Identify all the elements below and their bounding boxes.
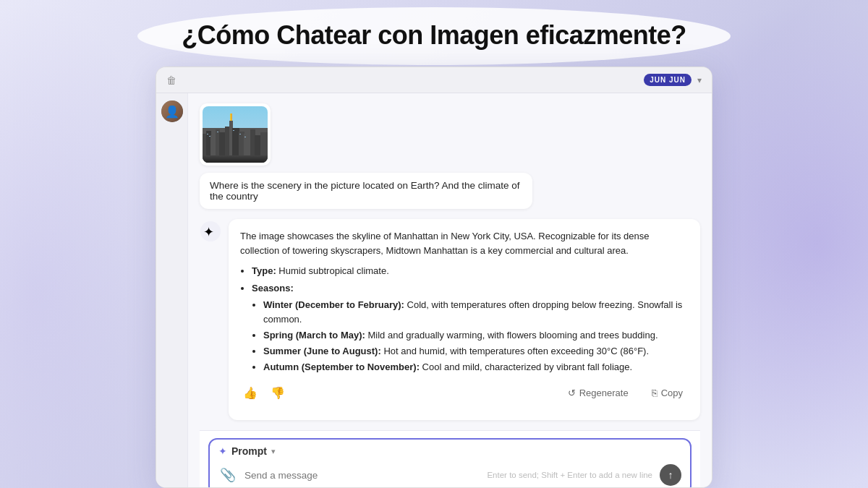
svg-rect-21 <box>244 137 246 137</box>
ai-bubble: The image showcases the skyline of Manha… <box>229 219 700 420</box>
prompt-sparkle-icon: ✦ <box>218 445 227 457</box>
sidebar: 👤 <box>156 93 188 488</box>
regenerate-button[interactable]: ↺ Regenerate <box>562 385 634 401</box>
list-item: Summer (June to August): Hot and humid, … <box>263 344 689 359</box>
ai-type-list: Type: Humid subtropical climate. Seasons… <box>240 264 689 374</box>
prompt-chevron-icon: ▾ <box>271 447 276 456</box>
ai-seasons-list: Winter (December to February): Cold, wit… <box>252 298 689 375</box>
prompt-label: Prompt <box>231 445 267 457</box>
titlebar-left: 🗑 <box>166 74 176 86</box>
prompt-input-row: 📎 Enter to send; Shift + Enter to add a … <box>210 460 690 488</box>
thumbs-up-icon: 👍 <box>243 386 258 400</box>
chat-body: 👤 <box>156 93 712 488</box>
attach-button[interactable]: 📎 <box>218 466 237 484</box>
season-autumn-text: Cool and mild, characterized by vibrant … <box>422 361 632 372</box>
list-item: Winter (December to February): Cold, wit… <box>263 298 689 327</box>
message-input[interactable] <box>244 470 480 481</box>
ai-icon: ✦ <box>200 221 221 242</box>
prompt-wrapper: ✦ Prompt ▾ 📎 Enter to send; Shift + Ente… <box>208 438 692 488</box>
send-button[interactable]: ↑ <box>660 464 681 486</box>
avatar: 👤 <box>161 100 183 122</box>
list-item: Autumn (September to November): Cool and… <box>263 360 689 374</box>
svg-rect-19 <box>233 130 234 131</box>
city-image <box>203 106 268 163</box>
chat-content: 👤 <box>156 93 712 488</box>
season-autumn-label: Autumn (September to November): <box>263 361 420 372</box>
regenerate-icon: ↺ <box>568 388 576 398</box>
prompt-container: ✦ Prompt ▾ 📎 Enter to send; Shift + Ente… <box>200 430 700 488</box>
ai-type-value: Humid subtropical climate. <box>278 265 388 276</box>
svg-rect-16 <box>207 134 208 134</box>
input-hint-text: Enter to send; Shift + Enter to add a ne… <box>487 471 652 479</box>
action-bar: 👍 👎 ↺ Regenerate <box>240 377 689 410</box>
ai-seasons-label: Seasons: <box>252 283 294 294</box>
thumbs-up-button[interactable]: 👍 <box>240 385 260 401</box>
thumbs-down-icon: 👎 <box>271 386 285 400</box>
svg-text:✦: ✦ <box>203 225 214 239</box>
copy-button[interactable]: ⎘ Copy <box>646 385 689 401</box>
page-title: ¿Cómo Chatear con Imagen eficazmente? <box>153 13 715 58</box>
svg-rect-22 <box>203 155 268 163</box>
season-summer-text: Hot and humid, with temperatures often e… <box>383 346 649 356</box>
ai-type-item: Type: Humid subtropical climate. <box>252 264 689 278</box>
list-item: Spring (March to May): Mild and graduall… <box>263 328 689 343</box>
user-image-bubble <box>200 103 271 166</box>
season-summer-label: Summer (June to August): <box>263 346 381 356</box>
title-area: ¿Cómo Chatear con Imagen eficazmente? <box>0 0 868 58</box>
bg-decoration-left <box>0 0 181 488</box>
copy-icon: ⎘ <box>652 388 658 398</box>
user-message-text: Where is the scenery in the picture loca… <box>210 180 520 202</box>
thumbs-down-button[interactable]: 👎 <box>268 385 288 401</box>
titlebar-right: JUN JUN ▾ <box>644 74 702 86</box>
svg-rect-18 <box>217 132 218 132</box>
send-icon: ↑ <box>668 469 673 481</box>
trash-icon[interactable]: 🗑 <box>166 74 176 86</box>
user-message-area: Where is the scenery in the picture loca… <box>200 103 700 209</box>
ai-seasons-item: Seasons: Winter (December to February): … <box>252 281 689 374</box>
season-winter-label: Winter (December to February): <box>263 299 404 310</box>
titlebar: 🗑 JUN JUN ▾ <box>156 67 712 93</box>
chat-window: 🗑 JUN JUN ▾ 👤 <box>156 67 712 488</box>
action-left: 👍 👎 <box>240 385 288 401</box>
main-chat: Where is the scenery in the picture loca… <box>188 93 712 488</box>
user-text-bubble: Where is the scenery in the picture loca… <box>200 173 532 209</box>
avatar-image: 👤 <box>161 100 183 122</box>
user-badge[interactable]: JUN JUN <box>644 74 692 86</box>
attach-icon: 📎 <box>220 468 236 482</box>
ai-message-row: ✦ The image showcases the skyline of Man… <box>200 219 700 420</box>
action-right: ↺ Regenerate ⎘ Copy <box>562 385 689 401</box>
copy-label: Copy <box>661 388 683 398</box>
ai-type-label: Type: <box>252 265 276 276</box>
season-spring-label: Spring (March to May): <box>263 330 365 341</box>
prompt-header: ✦ Prompt ▾ <box>210 440 690 460</box>
season-spring-text: Mild and gradually warming, with flowers… <box>367 330 658 341</box>
regenerate-label: Regenerate <box>579 388 629 398</box>
ai-intro-text: The image showcases the skyline of Manha… <box>240 229 689 258</box>
svg-rect-20 <box>239 134 241 134</box>
svg-rect-17 <box>209 136 210 137</box>
dropdown-arrow-icon[interactable]: ▾ <box>697 75 702 85</box>
